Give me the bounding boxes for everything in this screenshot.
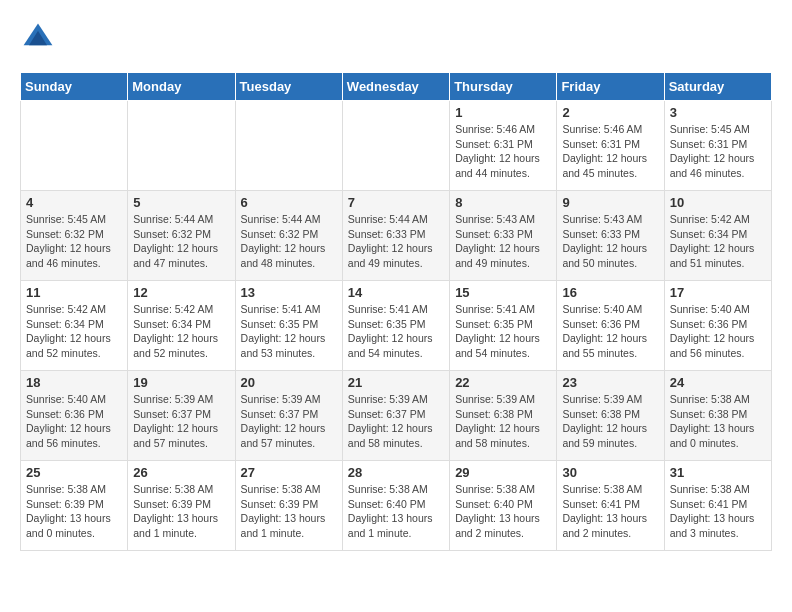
cell-content: Sunrise: 5:41 AM Sunset: 6:35 PM Dayligh… <box>348 302 444 361</box>
calendar-cell: 20Sunrise: 5:39 AM Sunset: 6:37 PM Dayli… <box>235 371 342 461</box>
calendar-cell: 17Sunrise: 5:40 AM Sunset: 6:36 PM Dayli… <box>664 281 771 371</box>
cell-content: Sunrise: 5:43 AM Sunset: 6:33 PM Dayligh… <box>455 212 551 271</box>
week-row-4: 18Sunrise: 5:40 AM Sunset: 6:36 PM Dayli… <box>21 371 772 461</box>
day-number: 9 <box>562 195 658 210</box>
day-number: 3 <box>670 105 766 120</box>
cell-content: Sunrise: 5:41 AM Sunset: 6:35 PM Dayligh… <box>455 302 551 361</box>
day-number: 19 <box>133 375 229 390</box>
calendar-cell: 9Sunrise: 5:43 AM Sunset: 6:33 PM Daylig… <box>557 191 664 281</box>
cell-content: Sunrise: 5:44 AM Sunset: 6:33 PM Dayligh… <box>348 212 444 271</box>
cell-content: Sunrise: 5:45 AM Sunset: 6:32 PM Dayligh… <box>26 212 122 271</box>
weekday-header-row: SundayMondayTuesdayWednesdayThursdayFrid… <box>21 73 772 101</box>
weekday-header-monday: Monday <box>128 73 235 101</box>
calendar-cell: 16Sunrise: 5:40 AM Sunset: 6:36 PM Dayli… <box>557 281 664 371</box>
calendar-cell <box>235 101 342 191</box>
day-number: 4 <box>26 195 122 210</box>
calendar-cell: 23Sunrise: 5:39 AM Sunset: 6:38 PM Dayli… <box>557 371 664 461</box>
day-number: 14 <box>348 285 444 300</box>
day-number: 25 <box>26 465 122 480</box>
cell-content: Sunrise: 5:38 AM Sunset: 6:39 PM Dayligh… <box>241 482 337 541</box>
day-number: 29 <box>455 465 551 480</box>
cell-content: Sunrise: 5:38 AM Sunset: 6:39 PM Dayligh… <box>133 482 229 541</box>
day-number: 2 <box>562 105 658 120</box>
calendar-cell: 4Sunrise: 5:45 AM Sunset: 6:32 PM Daylig… <box>21 191 128 281</box>
page-header <box>20 20 772 56</box>
logo <box>20 20 62 56</box>
day-number: 7 <box>348 195 444 210</box>
week-row-2: 4Sunrise: 5:45 AM Sunset: 6:32 PM Daylig… <box>21 191 772 281</box>
cell-content: Sunrise: 5:38 AM Sunset: 6:40 PM Dayligh… <box>348 482 444 541</box>
cell-content: Sunrise: 5:38 AM Sunset: 6:39 PM Dayligh… <box>26 482 122 541</box>
calendar-cell: 12Sunrise: 5:42 AM Sunset: 6:34 PM Dayli… <box>128 281 235 371</box>
cell-content: Sunrise: 5:38 AM Sunset: 6:40 PM Dayligh… <box>455 482 551 541</box>
cell-content: Sunrise: 5:39 AM Sunset: 6:37 PM Dayligh… <box>241 392 337 451</box>
cell-content: Sunrise: 5:42 AM Sunset: 6:34 PM Dayligh… <box>670 212 766 271</box>
calendar-cell: 27Sunrise: 5:38 AM Sunset: 6:39 PM Dayli… <box>235 461 342 551</box>
weekday-header-thursday: Thursday <box>450 73 557 101</box>
calendar-cell: 29Sunrise: 5:38 AM Sunset: 6:40 PM Dayli… <box>450 461 557 551</box>
cell-content: Sunrise: 5:44 AM Sunset: 6:32 PM Dayligh… <box>241 212 337 271</box>
week-row-3: 11Sunrise: 5:42 AM Sunset: 6:34 PM Dayli… <box>21 281 772 371</box>
cell-content: Sunrise: 5:39 AM Sunset: 6:37 PM Dayligh… <box>348 392 444 451</box>
day-number: 11 <box>26 285 122 300</box>
weekday-header-saturday: Saturday <box>664 73 771 101</box>
day-number: 18 <box>26 375 122 390</box>
day-number: 1 <box>455 105 551 120</box>
calendar-cell: 24Sunrise: 5:38 AM Sunset: 6:38 PM Dayli… <box>664 371 771 461</box>
day-number: 20 <box>241 375 337 390</box>
calendar-cell: 5Sunrise: 5:44 AM Sunset: 6:32 PM Daylig… <box>128 191 235 281</box>
weekday-header-sunday: Sunday <box>21 73 128 101</box>
day-number: 15 <box>455 285 551 300</box>
day-number: 16 <box>562 285 658 300</box>
week-row-1: 1Sunrise: 5:46 AM Sunset: 6:31 PM Daylig… <box>21 101 772 191</box>
logo-icon <box>20 20 56 56</box>
cell-content: Sunrise: 5:42 AM Sunset: 6:34 PM Dayligh… <box>133 302 229 361</box>
cell-content: Sunrise: 5:43 AM Sunset: 6:33 PM Dayligh… <box>562 212 658 271</box>
calendar-cell: 1Sunrise: 5:46 AM Sunset: 6:31 PM Daylig… <box>450 101 557 191</box>
day-number: 17 <box>670 285 766 300</box>
day-number: 6 <box>241 195 337 210</box>
calendar-cell: 6Sunrise: 5:44 AM Sunset: 6:32 PM Daylig… <box>235 191 342 281</box>
cell-content: Sunrise: 5:39 AM Sunset: 6:38 PM Dayligh… <box>562 392 658 451</box>
calendar-cell: 8Sunrise: 5:43 AM Sunset: 6:33 PM Daylig… <box>450 191 557 281</box>
calendar-cell: 22Sunrise: 5:39 AM Sunset: 6:38 PM Dayli… <box>450 371 557 461</box>
calendar-cell: 7Sunrise: 5:44 AM Sunset: 6:33 PM Daylig… <box>342 191 449 281</box>
day-number: 13 <box>241 285 337 300</box>
calendar-cell: 10Sunrise: 5:42 AM Sunset: 6:34 PM Dayli… <box>664 191 771 281</box>
calendar-cell: 28Sunrise: 5:38 AM Sunset: 6:40 PM Dayli… <box>342 461 449 551</box>
day-number: 30 <box>562 465 658 480</box>
calendar-cell: 30Sunrise: 5:38 AM Sunset: 6:41 PM Dayli… <box>557 461 664 551</box>
calendar-table: SundayMondayTuesdayWednesdayThursdayFrid… <box>20 72 772 551</box>
cell-content: Sunrise: 5:38 AM Sunset: 6:41 PM Dayligh… <box>562 482 658 541</box>
calendar-cell: 21Sunrise: 5:39 AM Sunset: 6:37 PM Dayli… <box>342 371 449 461</box>
calendar-cell: 18Sunrise: 5:40 AM Sunset: 6:36 PM Dayli… <box>21 371 128 461</box>
calendar-cell <box>21 101 128 191</box>
weekday-header-friday: Friday <box>557 73 664 101</box>
day-number: 21 <box>348 375 444 390</box>
cell-content: Sunrise: 5:40 AM Sunset: 6:36 PM Dayligh… <box>26 392 122 451</box>
cell-content: Sunrise: 5:46 AM Sunset: 6:31 PM Dayligh… <box>562 122 658 181</box>
cell-content: Sunrise: 5:45 AM Sunset: 6:31 PM Dayligh… <box>670 122 766 181</box>
day-number: 23 <box>562 375 658 390</box>
week-row-5: 25Sunrise: 5:38 AM Sunset: 6:39 PM Dayli… <box>21 461 772 551</box>
calendar-cell: 13Sunrise: 5:41 AM Sunset: 6:35 PM Dayli… <box>235 281 342 371</box>
calendar-cell: 15Sunrise: 5:41 AM Sunset: 6:35 PM Dayli… <box>450 281 557 371</box>
calendar-cell: 11Sunrise: 5:42 AM Sunset: 6:34 PM Dayli… <box>21 281 128 371</box>
cell-content: Sunrise: 5:42 AM Sunset: 6:34 PM Dayligh… <box>26 302 122 361</box>
calendar-cell: 31Sunrise: 5:38 AM Sunset: 6:41 PM Dayli… <box>664 461 771 551</box>
cell-content: Sunrise: 5:46 AM Sunset: 6:31 PM Dayligh… <box>455 122 551 181</box>
cell-content: Sunrise: 5:44 AM Sunset: 6:32 PM Dayligh… <box>133 212 229 271</box>
calendar-cell: 25Sunrise: 5:38 AM Sunset: 6:39 PM Dayli… <box>21 461 128 551</box>
day-number: 22 <box>455 375 551 390</box>
calendar-cell: 14Sunrise: 5:41 AM Sunset: 6:35 PM Dayli… <box>342 281 449 371</box>
cell-content: Sunrise: 5:40 AM Sunset: 6:36 PM Dayligh… <box>670 302 766 361</box>
day-number: 12 <box>133 285 229 300</box>
cell-content: Sunrise: 5:40 AM Sunset: 6:36 PM Dayligh… <box>562 302 658 361</box>
cell-content: Sunrise: 5:38 AM Sunset: 6:38 PM Dayligh… <box>670 392 766 451</box>
weekday-header-wednesday: Wednesday <box>342 73 449 101</box>
day-number: 5 <box>133 195 229 210</box>
day-number: 8 <box>455 195 551 210</box>
day-number: 10 <box>670 195 766 210</box>
day-number: 24 <box>670 375 766 390</box>
day-number: 26 <box>133 465 229 480</box>
